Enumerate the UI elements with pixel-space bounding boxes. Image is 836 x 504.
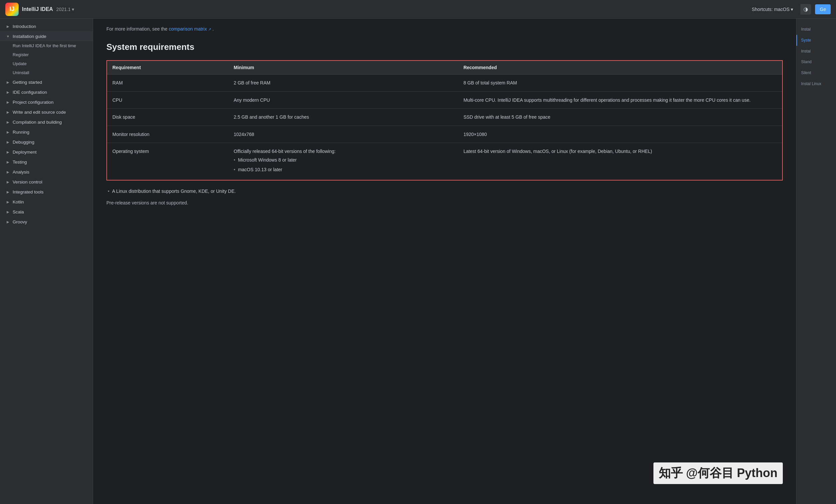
- sidebar-arrow-groovy: ▶: [5, 219, 11, 225]
- sidebar-subitem-update[interactable]: Update: [0, 59, 93, 68]
- linux-item: A Linux distribution that supports Gnome…: [108, 189, 783, 194]
- link-arrow-icon: ↗: [208, 27, 211, 31]
- rec-disk: SSD drive with at least 5 GB of free spa…: [458, 109, 782, 126]
- app-version: 2021.1 ▾: [56, 7, 74, 12]
- sidebar-label-kotlin: Kotlin: [13, 199, 88, 205]
- sidebar-arrow-getting-started: ▶: [5, 79, 11, 85]
- get-started-button[interactable]: Ge: [815, 4, 831, 14]
- sidebar-arrow-testing: ▶: [5, 159, 11, 164]
- sidebar-arrow-project-config: ▶: [5, 99, 11, 105]
- comparison-matrix-link[interactable]: comparison matrix ↗: [169, 26, 212, 32]
- sidebar-item-running[interactable]: ▶ Running: [0, 127, 93, 137]
- sidebar-arrow-integrated-tools: ▶: [5, 189, 11, 194]
- min-disk: 2.5 GB and another 1 GB for caches: [228, 109, 458, 126]
- top-header: IJ IntelliJ IDEA 2021.1 ▾ Shortcuts: mac…: [0, 0, 836, 19]
- sidebar-item-kotlin[interactable]: ▶ Kotlin: [0, 197, 93, 207]
- sidebar-label-running: Running: [13, 130, 88, 135]
- app-name: IntelliJ IDEA: [22, 6, 53, 12]
- version-dropdown-arrow[interactable]: ▾: [72, 7, 74, 12]
- rec-os: Latest 64-bit version of Windows, macOS,…: [458, 143, 782, 180]
- rec-monitor: 1920×1080: [458, 126, 782, 143]
- sidebar-arrow-kotlin: ▶: [5, 199, 11, 205]
- min-monitor: 1024x768: [228, 126, 458, 143]
- sidebar-item-introduction[interactable]: ▶ Introduction: [0, 21, 93, 31]
- table-header-requirement: Requirement: [107, 60, 228, 75]
- toc-item-stand[interactable]: Stand: [796, 57, 836, 67]
- sidebar-item-testing[interactable]: ▶ Testing: [0, 157, 93, 167]
- sidebar-arrow-introduction: ▶: [5, 24, 11, 29]
- sidebar-item-getting-started[interactable]: ▶ Getting started: [0, 77, 93, 87]
- sidebar-arrow-debugging: ▶: [5, 139, 11, 144]
- shortcuts-arrow: ▾: [791, 7, 793, 12]
- min-cpu: Any modern CPU: [228, 92, 458, 109]
- sidebar-label-scala: Scala: [13, 210, 88, 214]
- sidebar-label-debugging: Debugging: [13, 140, 88, 144]
- logo-area: IJ IntelliJ IDEA 2021.1 ▾: [5, 3, 74, 16]
- table-header-minimum: Minimum: [228, 60, 458, 75]
- rec-ram: 8 GB of total system RAM: [458, 75, 782, 92]
- sidebar-item-write-edit[interactable]: ▶ Write and edit source code: [0, 107, 93, 117]
- sidebar-label-compilation: Compilation and building: [13, 120, 88, 125]
- main-content: For more information, see the comparison…: [93, 19, 796, 504]
- sidebar-arrow-scala: ▶: [5, 209, 11, 214]
- toc-item-instal-2[interactable]: Instal: [796, 46, 836, 57]
- sidebar-arrow-running: ▶: [5, 129, 11, 135]
- sidebar-item-integrated-tools[interactable]: ▶ Integrated tools: [0, 187, 93, 197]
- sidebar-subitem-register[interactable]: Register: [0, 50, 93, 59]
- sidebar-item-deployment[interactable]: ▶ Deployment: [0, 147, 93, 157]
- sidebar: ▶ Introduction ▼ Installation guide Run …: [0, 19, 93, 504]
- sidebar-label-write-edit: Write and edit source code: [13, 110, 88, 115]
- sidebar-label-project-config: Project configuration: [13, 100, 88, 105]
- sidebar-item-project-configuration[interactable]: ▶ Project configuration: [0, 97, 93, 107]
- section-title: System requirements: [107, 42, 783, 52]
- req-cpu: CPU: [107, 92, 228, 109]
- table-row-os: Operating system Officially released 64-…: [107, 143, 782, 180]
- os-windows-item: Microsoft Windows 8 or later: [234, 156, 453, 163]
- sidebar-label-introduction: Introduction: [13, 24, 88, 29]
- sidebar-item-scala[interactable]: ▶ Scala: [0, 207, 93, 217]
- min-ram: 2 GB of free RAM: [228, 75, 458, 92]
- table-row-monitor: Monitor resolution 1024x768 1920×1080: [107, 126, 782, 143]
- req-disk: Disk space: [107, 109, 228, 126]
- theme-toggle-button[interactable]: ◑: [800, 4, 811, 15]
- header-right: Shortcuts: macOS ▾ ◑ Ge: [748, 4, 831, 15]
- toc-item-silent[interactable]: Silent: [796, 67, 836, 78]
- sidebar-item-groovy[interactable]: ▶ Groovy: [0, 217, 93, 227]
- sidebar-label-testing: Testing: [13, 160, 88, 164]
- sidebar-subitem-uninstall[interactable]: Uninstall: [0, 68, 93, 77]
- shortcuts-button[interactable]: Shortcuts: macOS ▾: [748, 5, 797, 14]
- requirements-table: Requirement Minimum Recommended RAM 2 GB…: [107, 60, 783, 180]
- table-row-ram: RAM 2 GB of free RAM 8 GB of total syste…: [107, 75, 782, 92]
- main-layout: ▶ Introduction ▼ Installation guide Run …: [0, 19, 836, 504]
- table-header-recommended: Recommended: [458, 60, 782, 75]
- toc-item-instal-linux[interactable]: Instal Linux: [796, 78, 836, 90]
- sidebar-arrow-ide-config: ▶: [5, 90, 11, 95]
- sidebar-item-version-control[interactable]: ▶ Version control: [0, 177, 93, 187]
- rec-cpu: Multi-core CPU. IntelliJ IDEA supports m…: [458, 92, 782, 109]
- sidebar-item-debugging[interactable]: ▶ Debugging: [0, 137, 93, 147]
- toc-item-system-req[interactable]: Syste: [796, 35, 836, 46]
- sidebar-item-compilation[interactable]: ▶ Compilation and building: [0, 117, 93, 127]
- sidebar-label-version-control: Version control: [13, 179, 88, 185]
- req-os: Operating system: [107, 143, 228, 180]
- sidebar-arrow-version-control: ▶: [5, 179, 11, 185]
- req-ram: RAM: [107, 75, 228, 92]
- sidebar-item-installation-guide[interactable]: ▼ Installation guide: [0, 31, 93, 41]
- sidebar-label-getting-started: Getting started: [13, 80, 88, 85]
- sidebar-arrow-write-edit: ▶: [5, 109, 11, 115]
- sidebar-item-ide-configuration[interactable]: ▶ IDE configuration: [0, 87, 93, 97]
- table-row-cpu: CPU Any modern CPU Multi-core CPU. Intel…: [107, 92, 782, 109]
- os-min-list: Microsoft Windows 8 or later macOS 10.13…: [234, 156, 453, 173]
- app-logo: IJ: [5, 3, 19, 16]
- pre-release-note: Pre-release versions are not supported.: [107, 199, 783, 207]
- sidebar-subitem-run-intellij[interactable]: Run IntelliJ IDEA for the first time: [0, 41, 93, 50]
- intro-paragraph: For more information, see the comparison…: [107, 25, 783, 33]
- sidebar-label-installation: Installation guide: [13, 34, 88, 39]
- sidebar-item-analysis[interactable]: ▶ Analysis: [0, 167, 93, 177]
- sidebar-label-ide-config: IDE configuration: [13, 90, 88, 95]
- sidebar-arrow-analysis: ▶: [5, 169, 11, 175]
- req-monitor: Monitor resolution: [107, 126, 228, 143]
- after-table-list: A Linux distribution that supports Gnome…: [108, 189, 783, 194]
- sidebar-label-deployment: Deployment: [13, 150, 88, 155]
- toc-item-instal-1[interactable]: Instal: [796, 24, 836, 35]
